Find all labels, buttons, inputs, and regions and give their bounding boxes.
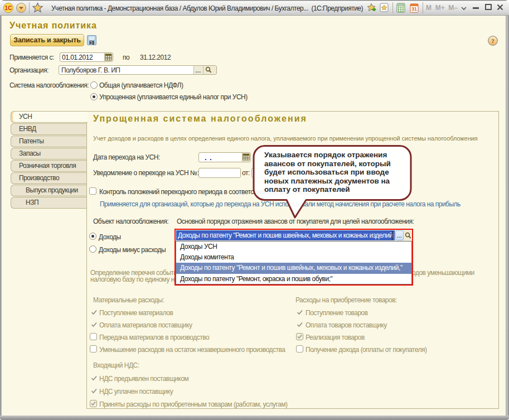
svg-text:31: 31 <box>411 6 417 12</box>
svg-text:1С: 1С <box>5 5 12 11</box>
svg-text:?: ? <box>491 37 495 44</box>
